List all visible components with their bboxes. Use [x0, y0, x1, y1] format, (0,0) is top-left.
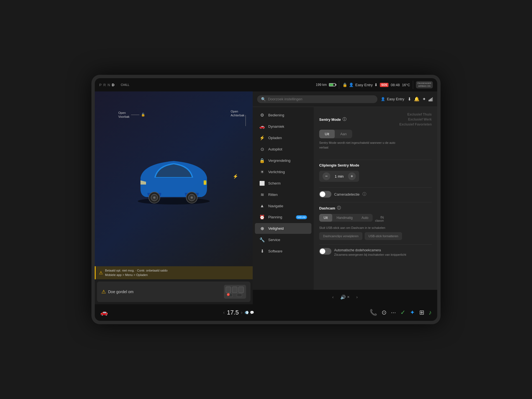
temp-up-arrow[interactable]: › [241, 310, 242, 315]
sentry-aan-btn[interactable]: Aan [335, 130, 352, 138]
bluetooth-icon-bottom[interactable]: ✦ [410, 309, 415, 316]
divider-1 [319, 160, 432, 160]
nav-veiligheid[interactable]: ⊕ Veiligheid [255, 223, 311, 234]
seat-display: ! [224, 285, 246, 299]
formatteren-btn[interactable]: USB-stick formatteren [365, 232, 402, 240]
prev-arrow[interactable]: ‹ [332, 295, 334, 299]
cameradetectie-toggle[interactable] [319, 191, 331, 198]
open-voorbak-label[interactable]: OpenVoorbak 🔓 [118, 111, 145, 119]
header-user-icon: 👤 [381, 97, 385, 101]
ritten-icon: ≋ [259, 192, 265, 197]
search-icon: 🔍 [261, 97, 266, 101]
dashcam-handmatig-btn[interactable]: Handmatig [332, 214, 357, 222]
service-icon: 🔧 [259, 237, 265, 242]
exclusief-favorieten[interactable]: Exclusief Favorieten [399, 122, 432, 126]
search-container[interactable]: 🔍 [257, 95, 377, 103]
software-icon: ⬇ [259, 249, 265, 254]
nav-ritten[interactable]: ≋ Ritten [255, 189, 311, 200]
auto-camera-toggle[interactable] [319, 248, 331, 255]
clip-length-control: − 1 min + [319, 171, 359, 182]
settings-content: Sentry Mode ⓘ Exclusief Thuis Exclusief … [314, 107, 437, 290]
next-arrow[interactable]: › [356, 295, 358, 299]
nav-vergrendeling[interactable]: 🔒 Vergrendeling [255, 155, 311, 166]
dashcam-uit-btn[interactable]: Uit [319, 214, 332, 222]
opladen-label: Opladen [268, 136, 307, 140]
sentry-info-icon[interactable]: ⓘ [342, 117, 346, 122]
bediening-icon: ⚙ [259, 112, 265, 118]
verwijderen-btn[interactable]: Dashcamclips verwijderen [319, 232, 362, 240]
seatbelt-warning-icon: ⚠ [101, 289, 106, 295]
nav-scherm[interactable]: ⬜ Scherm [255, 178, 311, 189]
time-temp-display: 08:48 16°C [391, 83, 410, 87]
opladen-icon: ⚡ [259, 135, 265, 140]
bottom-nav-bar: ‹ 🔊 ✕ › [253, 290, 437, 304]
left-panel: ⏵⏵ ≡⏵ ⊣⊢ ⊙ 🔔 OpenVoorbak 🔓 [95, 91, 253, 304]
cameradetectie-label: Cameradetectie [334, 192, 360, 196]
search-input[interactable] [268, 97, 374, 101]
nav-autopilot[interactable]: ⊙ Autopilot [255, 144, 311, 155]
check-icon[interactable]: ✓ [400, 309, 405, 316]
clock: 08:48 [391, 83, 400, 87]
bottom-left: 🚗 [100, 309, 108, 316]
sentry-mode-section: Sentry Mode ⓘ Exclusief Thuis Exclusief … [319, 112, 432, 154]
seatbelt-warning: ⚠ Doe gordel om ! [97, 282, 250, 302]
open-achterbak-label[interactable]: OpenAchterbak [231, 109, 244, 117]
more-icon[interactable]: ··· [391, 309, 396, 316]
temp-down-arrow[interactable]: ‹ [223, 310, 225, 315]
volume-control: 🔊 ✕ [340, 295, 350, 300]
navigatie-label: Navigatie [268, 204, 307, 208]
main-content: ⏵⏵ ≡⏵ ⊣⊢ ⊙ 🔔 OpenVoorbak 🔓 [95, 91, 437, 304]
exclusief-thuis[interactable]: Exclusief Thuis [407, 112, 432, 116]
nav-planning[interactable]: ⏰ Planning NIEUW [255, 212, 311, 222]
grid-icon[interactable]: ⊞ [419, 309, 424, 316]
sentry-uit-btn[interactable]: Uit [319, 130, 335, 138]
nav-opladen[interactable]: ⚡ Opladen [255, 132, 311, 143]
planning-badge: NIEUW [296, 215, 307, 219]
divider-4 [319, 244, 432, 245]
fan-icon: 💨 [245, 311, 249, 314]
vergrendeling-label: Vergrendeling [268, 158, 307, 163]
auto-camera-title: Automatische dodehoekcamera [334, 248, 406, 253]
svg-rect-11 [239, 287, 244, 293]
exclusief-werk[interactable]: Exclusief Werk [408, 117, 432, 121]
nav-software[interactable]: ⬇ Software [255, 246, 311, 257]
alert-icon: ⚠ [99, 270, 103, 275]
nav-verlichting[interactable]: ☀ Verlichting [255, 167, 311, 177]
temp-value: 17.5 [227, 309, 239, 316]
nav-dynamiek[interactable]: 🚗 Dynamiek [255, 121, 311, 132]
divider-2 [319, 187, 432, 188]
car-icon-bottom: 🚗 [100, 309, 108, 316]
settings-body: ⚙ Bediening 🚗 Dynamiek ⚡ Opladen ⊙ [253, 107, 437, 290]
clip-value-display: 1 min [334, 174, 345, 178]
clip-decrement-btn[interactable]: − [323, 172, 330, 180]
clip-increment-btn[interactable]: + [348, 172, 356, 180]
nav-navigatie[interactable]: ▲ Navigatie [255, 201, 311, 211]
svg-rect-13 [237, 293, 242, 297]
temperature-top: 16°C [402, 83, 410, 87]
top-status-bar: P R N D · CHILL 199 km 🔒 👤 Easy Entry ⬇ [95, 78, 437, 91]
dashcam-info-icon[interactable]: ⓘ [337, 206, 341, 211]
svg-point-3 [153, 196, 155, 199]
dashcam-auto-btn[interactable]: Auto [357, 214, 373, 222]
passenger-airbag-indicator: PASSENGERAIRBAG ON [416, 81, 433, 89]
camera-icon-bottom[interactable]: ⊙ [382, 309, 387, 316]
auto-camera-description: Ziicamera weergeven bij inschakelen van … [334, 253, 406, 257]
volume-icon[interactable]: 🔊 [340, 295, 346, 300]
dashcam-toggle-group: Uit Handmatig Auto [319, 214, 373, 222]
sos-badge[interactable]: SOS [380, 83, 388, 87]
right-panel: 🔍 👤 Easy Entry ⬇ 🔔 ✦ [253, 91, 437, 304]
bell-icon-header[interactable]: 🔔 [414, 96, 420, 102]
nav-service[interactable]: 🔧 Service [255, 234, 311, 245]
download-icon-header[interactable]: ⬇ [408, 96, 411, 102]
phone-icon[interactable]: 📞 [370, 309, 377, 316]
charging-port-icon: ⚡ [233, 174, 238, 179]
user-icon-top: 👤 [349, 83, 354, 87]
bluetooth-icon-header[interactable]: ✦ [422, 96, 426, 102]
spotify-icon[interactable]: ♪ [429, 309, 432, 316]
cameradetectie-info-icon[interactable]: ⓘ [362, 192, 366, 197]
battery-indicator [329, 83, 336, 86]
lte-icon-header [429, 97, 433, 101]
nav-bediening[interactable]: ⚙ Bediening [255, 110, 311, 121]
gear-p: P [99, 83, 102, 87]
cliplengte-title: Cliplengte Sentry Mode [319, 163, 432, 167]
